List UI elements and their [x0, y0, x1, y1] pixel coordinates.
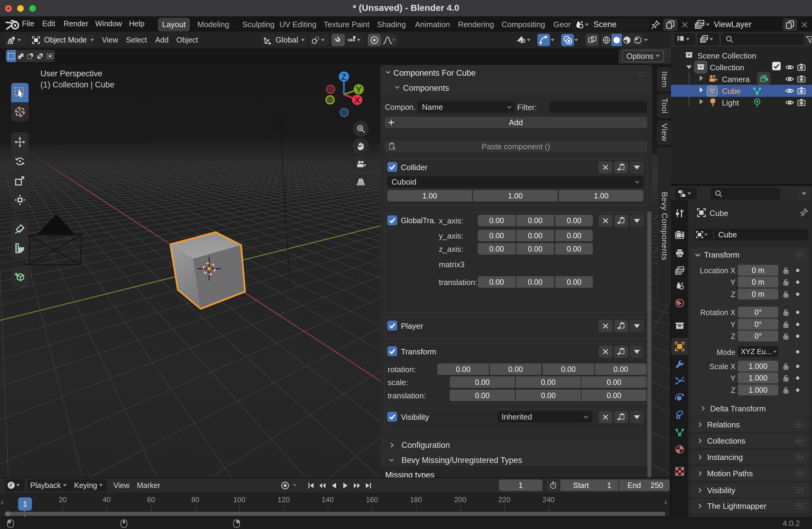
svg-text:Y: Y: [356, 84, 362, 95]
svg-text:X: X: [354, 95, 360, 105]
svg-text:Z: Z: [341, 72, 347, 82]
